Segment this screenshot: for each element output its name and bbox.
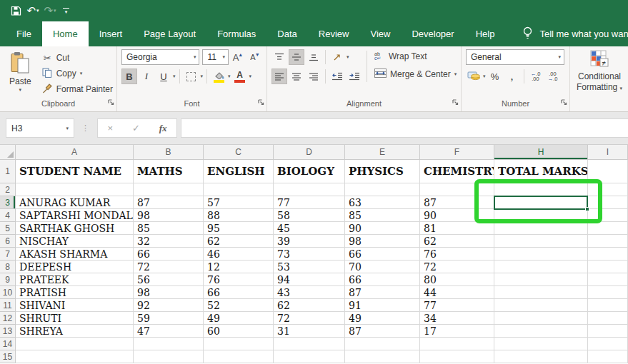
row-header-1[interactable]: 1 <box>0 160 16 183</box>
cell-D1[interactable]: BIOLOGY <box>274 160 345 183</box>
cell-E5[interactable]: 90 <box>345 222 420 235</box>
cell-D5[interactable]: 45 <box>274 222 345 235</box>
cell-B11[interactable]: 92 <box>134 299 204 312</box>
column-header-F[interactable]: F <box>420 145 494 160</box>
formula-bar-input[interactable] <box>181 118 628 138</box>
cell-C7[interactable]: 46 <box>204 248 274 261</box>
cell-E13[interactable]: 87 <box>345 325 420 338</box>
row-header-13[interactable]: 13 <box>0 325 16 338</box>
middle-align-button[interactable] <box>289 49 304 65</box>
row-header-14[interactable]: 14 <box>0 338 16 350</box>
number-dialog-launcher-icon[interactable] <box>561 96 567 108</box>
cell-A8[interactable]: DEEPESH <box>16 261 134 273</box>
copy-dropdown-icon[interactable]: ▾ <box>80 71 83 76</box>
tab-help[interactable]: Help <box>465 21 506 46</box>
accounting-format-button[interactable] <box>466 69 482 84</box>
cell-A6[interactable]: NISCHAY <box>16 235 134 248</box>
cell-C8[interactable]: 12 <box>204 261 274 273</box>
cell-F6[interactable]: 62 <box>420 235 494 248</box>
column-header-A[interactable]: A <box>16 145 134 160</box>
select-all-corner[interactable] <box>0 145 16 160</box>
column-header-B[interactable]: B <box>134 145 204 160</box>
cell-I8[interactable] <box>588 261 628 273</box>
cell-A7[interactable]: AKASH SHARMA <box>16 248 134 261</box>
row-header-9[interactable]: 9 <box>0 273 16 286</box>
cell-E4[interactable]: 85 <box>345 209 420 222</box>
tab-data[interactable]: Data <box>266 21 307 46</box>
font-size-select[interactable]: 11▾ <box>202 49 229 65</box>
cell-H10[interactable] <box>494 286 588 299</box>
clipboard-dialog-launcher-icon[interactable] <box>108 96 114 108</box>
format-painter-button[interactable]: Format Painter <box>42 82 113 96</box>
cell-E11[interactable]: 91 <box>345 299 420 312</box>
cell-H11[interactable] <box>494 299 588 312</box>
cell-E2[interactable] <box>345 183 420 196</box>
cell-C3[interactable]: 57 <box>204 196 274 209</box>
shrink-font-button[interactable]: A▼ <box>247 49 263 65</box>
wrap-text-button[interactable]: abc↵ Wrap Text <box>374 49 457 64</box>
cell-A15[interactable] <box>16 350 134 363</box>
accounting-dropdown-icon[interactable]: ▾ <box>483 74 486 79</box>
cell-I10[interactable] <box>588 286 628 299</box>
cell-I13[interactable] <box>588 325 628 338</box>
cell-F5[interactable]: 81 <box>420 222 494 235</box>
font-dialog-launcher-icon[interactable] <box>258 96 264 108</box>
top-align-button[interactable] <box>271 49 287 65</box>
cell-B6[interactable]: 32 <box>134 235 204 248</box>
save-icon[interactable] <box>7 2 24 19</box>
cell-B9[interactable]: 56 <box>134 273 204 286</box>
cell-D10[interactable]: 43 <box>274 286 345 299</box>
cell-B1[interactable]: MATHS <box>134 160 204 183</box>
orientation-dropdown-icon[interactable]: ▾ <box>347 54 349 60</box>
cell-B3[interactable]: 87 <box>134 196 204 209</box>
cell-C9[interactable]: 76 <box>204 273 274 286</box>
cell-B8[interactable]: 72 <box>134 261 204 273</box>
cell-A10[interactable]: PRATISH <box>16 286 134 299</box>
cancel-icon[interactable]: × <box>107 123 113 133</box>
cell-D6[interactable]: 39 <box>274 235 345 248</box>
tell-me-box[interactable]: Tell me what you want to do <box>515 21 628 46</box>
row-header-10[interactable]: 10 <box>0 286 16 299</box>
tab-formulas[interactable]: Formulas <box>206 21 266 46</box>
cell-A4[interactable]: SAPTARSHI MONDAL <box>16 209 134 222</box>
cell-D4[interactable]: 58 <box>274 209 345 222</box>
cell-A2[interactable] <box>16 183 134 196</box>
cell-C2[interactable] <box>204 183 274 196</box>
align-center-button[interactable] <box>289 69 304 84</box>
cell-F15[interactable] <box>420 350 494 363</box>
fill-color-button[interactable] <box>211 69 226 84</box>
cell-F11[interactable]: 77 <box>420 299 494 312</box>
name-box[interactable]: H3 ▾ <box>6 118 74 138</box>
cell-B13[interactable]: 47 <box>134 325 204 338</box>
cell-C4[interactable]: 88 <box>204 209 274 222</box>
cell-A11[interactable]: SHIVANI <box>16 299 134 312</box>
cell-E8[interactable]: 70 <box>345 261 420 273</box>
align-left-button[interactable] <box>271 69 287 84</box>
cell-H12[interactable] <box>494 312 588 325</box>
cell-E1[interactable]: PHYSICS <box>345 160 420 183</box>
cell-A12[interactable]: SHRUTI <box>16 312 134 325</box>
increase-indent-button[interactable] <box>347 69 362 84</box>
cell-C5[interactable]: 95 <box>204 222 274 235</box>
number-format-select[interactable]: General▾ <box>466 49 564 65</box>
cell-B7[interactable]: 66 <box>134 248 204 261</box>
cell-H15[interactable] <box>494 350 588 363</box>
cell-A9[interactable]: PRATEEK <box>16 273 134 286</box>
tab-file[interactable]: File <box>6 21 42 46</box>
name-box-dropdown-icon[interactable]: ▾ <box>66 126 69 131</box>
merge-center-dropdown-icon[interactable]: ▾ <box>454 71 457 77</box>
cell-A13[interactable]: SHREYA <box>16 325 134 338</box>
comma-style-button[interactable]: , <box>504 69 520 84</box>
cell-B2[interactable] <box>134 183 204 196</box>
borders-dropdown-icon[interactable]: ▾ <box>201 74 204 79</box>
cell-B14[interactable] <box>134 338 204 350</box>
cell-H14[interactable] <box>494 338 588 350</box>
tab-home[interactable]: Home <box>42 21 89 46</box>
cell-B5[interactable]: 85 <box>134 222 204 235</box>
cell-F7[interactable]: 76 <box>420 248 494 261</box>
cell-D13[interactable]: 31 <box>274 325 345 338</box>
cell-F10[interactable]: 44 <box>420 286 494 299</box>
cell-D8[interactable]: 53 <box>274 261 345 273</box>
bold-button[interactable]: B <box>121 69 137 84</box>
row-header-5[interactable]: 5 <box>0 222 16 235</box>
